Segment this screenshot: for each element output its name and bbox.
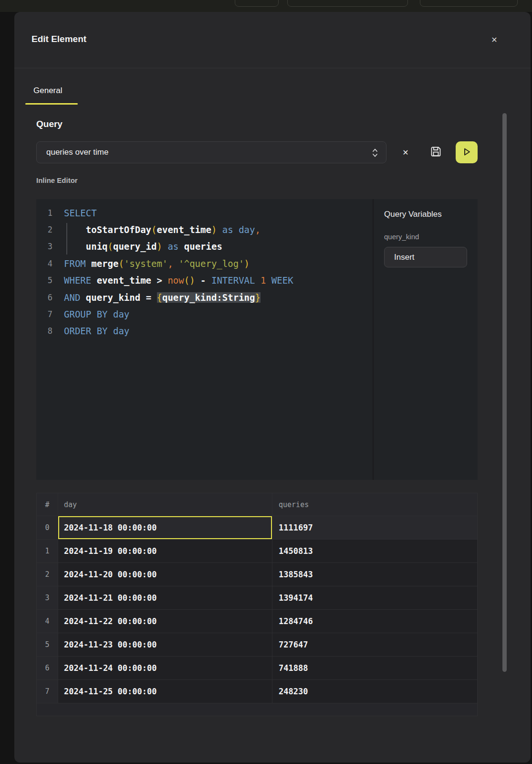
background-toolbar-button[interactable] (420, 0, 518, 7)
query-variables-title: Query Variables (384, 210, 467, 219)
code-text: uniq(query_id) as queries (64, 241, 222, 252)
line-number: 2 (36, 225, 52, 234)
table-row: 72024-11-25 00:00:00248230 (37, 680, 477, 703)
queries-cell[interactable]: 1385843 (272, 563, 477, 586)
line-number: 5 (36, 276, 52, 285)
day-cell[interactable]: 2024-11-21 00:00:00 (58, 586, 272, 610)
query-heading: Query (36, 119, 63, 129)
table-row: 32024-11-21 00:00:001394174 (37, 586, 477, 610)
line-number: 8 (36, 326, 52, 336)
close-icon: ✕ (491, 36, 497, 44)
line-number: 3 (36, 242, 52, 251)
query-select[interactable]: queries over time (36, 141, 386, 163)
queries-cell[interactable]: 1394174 (272, 586, 477, 610)
queries-cell[interactable]: 1284746 (272, 610, 477, 633)
row-index[interactable]: 6 (37, 657, 58, 680)
code-line[interactable]: 6AND query_kind = {query_kind:String} (36, 289, 373, 306)
code-text: FROM merge('system', '^query_log') (64, 258, 250, 269)
table-row: 62024-11-24 00:00:00741888 (37, 657, 477, 680)
background-toolbar (0, 0, 532, 12)
tab-general[interactable]: General (33, 86, 62, 96)
row-index[interactable]: 1 (37, 540, 58, 563)
modal-title: Edit Element (31, 34, 86, 44)
page: Edit Element ✕ General Query queries ove… (0, 0, 532, 764)
line-number: 7 (36, 309, 52, 319)
background-toolbar-button[interactable] (287, 0, 408, 7)
insert-variable-button[interactable]: Insert (384, 247, 467, 267)
row-index[interactable]: 0 (37, 516, 58, 540)
table-row: 22024-11-20 00:00:001385843 (37, 563, 477, 586)
table-header: #dayqueries (37, 493, 477, 516)
day-cell[interactable]: 2024-11-24 00:00:00 (58, 657, 272, 680)
code-text: WHERE event_time > now() - INTERVAL 1 WE… (64, 275, 293, 286)
code-line[interactable]: 3 uniq(query_id) as queries (36, 238, 373, 255)
queries-cell[interactable]: 741888 (272, 657, 477, 680)
day-cell[interactable]: 2024-11-19 00:00:00 (58, 540, 272, 563)
query-variables-list: query_kindInsert (384, 233, 467, 267)
sql-editor[interactable]: 1SELECT2 toStartOfDay(event_time) as day… (36, 199, 373, 480)
queries-cell[interactable]: 248230 (272, 680, 477, 703)
query-select-value: queries over time (46, 148, 108, 157)
day-cell[interactable]: 2024-11-20 00:00:00 (58, 563, 272, 586)
modal-scrollbar-thumb[interactable] (502, 113, 507, 672)
column-header: queries (272, 493, 477, 516)
day-cell[interactable]: 2024-11-18 00:00:00 (58, 516, 272, 540)
header-divider (14, 68, 531, 68)
code-line[interactable]: 7GROUP BY day (36, 306, 373, 322)
line-number: 6 (36, 293, 52, 302)
tab-active-underline (25, 103, 78, 105)
editor-wrap: 1SELECT2 toStartOfDay(event_time) as day… (36, 199, 478, 480)
day-cell[interactable]: 2024-11-23 00:00:00 (58, 633, 272, 657)
table-footer (37, 703, 477, 716)
play-icon (462, 147, 471, 158)
edit-element-modal: Edit Element ✕ General Query queries ove… (14, 12, 531, 763)
row-index[interactable]: 5 (37, 633, 58, 657)
code-line[interactable]: 4FROM merge('system', '^query_log') (36, 255, 373, 272)
chevron-updown-icon (372, 148, 378, 160)
table-row: 52024-11-23 00:00:00727647 (37, 633, 477, 657)
inline-editor-label: Inline Editor (36, 176, 78, 184)
column-header: day (58, 493, 272, 516)
column-header: # (37, 493, 58, 516)
row-index[interactable]: 4 (37, 610, 58, 633)
row-index[interactable]: 2 (37, 563, 58, 586)
run-query-button[interactable] (456, 141, 478, 163)
close-button[interactable]: ✕ (488, 33, 501, 46)
code-line[interactable]: 2 toStartOfDay(event_time) as day, (36, 221, 373, 238)
row-index[interactable]: 3 (37, 586, 58, 610)
queries-cell[interactable]: 727647 (272, 633, 477, 657)
variable-name: query_kind (384, 233, 467, 241)
save-query-button[interactable] (428, 145, 444, 160)
code-text: GROUP BY day (64, 309, 129, 319)
code-text: SELECT (64, 208, 97, 218)
day-cell[interactable]: 2024-11-25 00:00:00 (58, 680, 272, 703)
code-text: ORDER BY day (64, 326, 129, 336)
indent-guide (66, 223, 67, 255)
code-line[interactable]: 1SELECT (36, 204, 373, 221)
day-cell[interactable]: 2024-11-22 00:00:00 (58, 610, 272, 633)
code-line[interactable]: 5WHERE event_time > now() - INTERVAL 1 W… (36, 272, 373, 289)
code-text: AND query_kind = {query_kind:String} (64, 292, 261, 303)
results-table: #dayqueries02024-11-18 00:00:00111169712… (36, 493, 478, 716)
code-text: toStartOfDay(event_time) as day, (64, 224, 261, 235)
table-row: 02024-11-18 00:00:001111697 (37, 516, 477, 540)
table-row: 12024-11-19 00:00:001450813 (37, 540, 477, 563)
queries-cell[interactable]: 1111697 (272, 516, 477, 540)
line-number: 4 (36, 259, 52, 268)
line-number: 1 (36, 208, 52, 218)
x-icon: ✕ (402, 149, 408, 157)
clear-query-button[interactable]: ✕ (399, 147, 412, 158)
floppy-disk-icon (429, 152, 442, 159)
code-line[interactable]: 8ORDER BY day (36, 323, 373, 340)
queries-cell[interactable]: 1450813 (272, 540, 477, 563)
table-row: 42024-11-22 00:00:001284746 (37, 610, 477, 633)
query-variables-panel: Query Variables query_kindInsert (374, 199, 478, 480)
row-index[interactable]: 7 (37, 680, 58, 703)
background-toolbar-button[interactable] (235, 0, 279, 7)
